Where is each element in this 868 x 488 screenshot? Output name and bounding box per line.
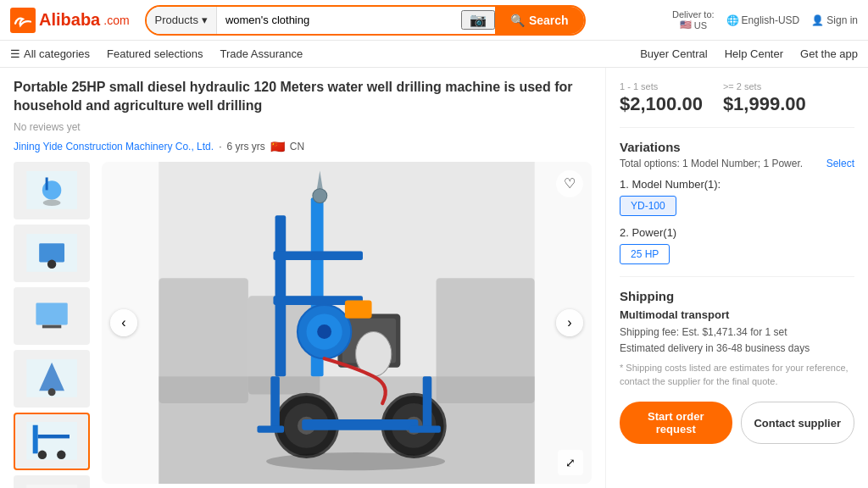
model-options: YD-100 (620, 196, 854, 216)
shipping-title: Shipping (620, 289, 854, 303)
svg-rect-47 (409, 425, 441, 432)
deliver-country: 🇺🇸 US (680, 19, 707, 30)
model-number-group: 1. Model Number(1): YD-100 (620, 178, 854, 216)
thumbnail-1[interactable] (14, 162, 90, 219)
tier1-price: $2,100.00 (620, 93, 703, 115)
search-icon: 🔍 (510, 14, 525, 27)
buyer-central-nav[interactable]: Buyer Central (640, 47, 707, 60)
price-tiers: 1 - 1 sets $2,100.00 >= 2 sets $1,999.00 (620, 81, 854, 115)
wishlist-button[interactable]: ♡ (556, 170, 583, 197)
logo[interactable]: Alibaba.com (10, 8, 130, 33)
power-option-25hp[interactable]: 25 HP (620, 244, 670, 264)
thumbnail-4[interactable] (14, 350, 90, 408)
shipping-delivery-label: Estimated delivery in (620, 342, 714, 354)
nav-right-items: Buyer Central Help Center Get the app (640, 47, 858, 60)
variations-title: Variations (620, 140, 854, 154)
svg-rect-44 (270, 376, 280, 430)
tier1-label: 1 - 1 sets (620, 81, 703, 92)
thumbnail-2[interactable] (14, 225, 90, 282)
svg-rect-3 (46, 178, 48, 191)
zoom-button[interactable]: ⤢ (558, 450, 583, 475)
us-flag-icon: 🇺🇸 (680, 19, 692, 30)
svg-rect-46 (423, 376, 432, 430)
svg-point-50 (313, 188, 327, 202)
svg-point-18 (38, 451, 47, 459)
tier2-label: >= 2 sets (723, 81, 806, 92)
logo-text: Alibaba (39, 10, 100, 30)
power-label: 2. Power(1) (620, 226, 854, 239)
product-title: Portable 25HP small diesel hydraulic 120… (14, 78, 592, 116)
right-panel: 1 - 1 sets $2,100.00 >= 2 sets $1,999.00… (605, 68, 868, 488)
power-options: 25 HP (620, 244, 854, 264)
header: Alibaba.com Products ▾ 📷 🔍 Search Delive… (0, 0, 868, 41)
svg-rect-26 (437, 278, 535, 403)
thumbnail-6[interactable] (14, 475, 90, 488)
header-actions: Deliver to: 🇺🇸 US 🌐 English-USD 👤 Sign i… (672, 9, 858, 30)
start-order-button[interactable]: Start order request (620, 402, 732, 444)
svg-rect-9 (36, 303, 67, 325)
svg-rect-10 (42, 325, 61, 329)
svg-rect-29 (273, 251, 363, 260)
all-categories-menu[interactable]: ☰ All categories (10, 47, 90, 60)
supplier-link[interactable]: Jining Yide Construction Machinery Co., … (14, 141, 214, 152)
price-tier-1: 1 - 1 sets $2,100.00 (620, 81, 703, 115)
shipping-section: Shipping Multimodal transport Shipping f… (620, 276, 854, 388)
svg-point-4 (43, 200, 61, 206)
image-prev-button[interactable]: ‹ (110, 309, 137, 336)
get-app-nav[interactable]: Get the app (800, 47, 858, 60)
svg-rect-24 (159, 278, 248, 403)
shipping-note: * Shipping costs listed are estimates fo… (620, 362, 854, 388)
chevron-down-icon: ▾ (202, 14, 208, 26)
search-button[interactable]: 🔍 Search (495, 7, 584, 34)
globe-icon: 🌐 (726, 14, 739, 26)
tier2-price: $1,999.00 (723, 93, 806, 115)
svg-rect-27 (275, 215, 287, 376)
sign-in-button[interactable]: 👤 Sign in (811, 14, 858, 26)
deliver-label: Deliver to: (672, 9, 715, 19)
svg-rect-48 (345, 300, 372, 318)
supplier-years: · (219, 141, 221, 152)
model-option-yd100[interactable]: YD-100 (620, 196, 676, 216)
shipping-fee-value: Est. $1,471.34 for 1 set (682, 326, 787, 338)
hamburger-icon: ☰ (10, 47, 20, 60)
nav-bar: ☰ All categories Featured selections Tra… (0, 41, 868, 68)
svg-rect-16 (38, 435, 70, 438)
svg-point-17 (57, 451, 65, 459)
image-next-button[interactable]: › (556, 309, 583, 336)
gallery: ‹ › ♡ ⤢ (14, 162, 592, 488)
cn-flag-icon: 🇨🇳 (270, 140, 285, 153)
select-link[interactable]: Select (826, 158, 854, 169)
camera-icon: 📷 (470, 13, 487, 27)
main-content: Portable 25HP small diesel hydraulic 120… (0, 68, 868, 488)
zoom-icon: ⤢ (565, 456, 576, 469)
language-selector[interactable]: 🌐 English-USD (726, 14, 800, 26)
next-icon: › (567, 315, 571, 330)
contact-supplier-button[interactable]: Contact supplier (741, 402, 855, 444)
drilling-machine-svg (102, 162, 592, 484)
svg-rect-0 (10, 8, 36, 33)
alibaba-logo-icon (10, 8, 36, 33)
main-image-placeholder (102, 162, 592, 484)
search-category-dropdown[interactable]: Products ▾ (147, 7, 217, 34)
thumbnail-list (14, 162, 95, 488)
supplier-info: Jining Yide Construction Machinery Co., … (14, 140, 592, 153)
shipping-fee-detail: Shipping fee: Est. $1,471.34 for 1 set (620, 324, 854, 341)
svg-point-36 (317, 324, 331, 339)
thumbnail-3[interactable] (14, 287, 90, 345)
shipping-fee-label: Shipping fee: (620, 326, 679, 338)
svg-point-2 (42, 181, 61, 200)
logo-com: .com (103, 14, 129, 27)
trade-assurance-nav[interactable]: Trade Assurance (220, 47, 303, 60)
thumbnail-5[interactable] (14, 413, 90, 470)
power-group: 2. Power(1) 25 HP (620, 226, 854, 264)
featured-selections-nav[interactable]: Featured selections (107, 47, 203, 60)
svg-rect-43 (302, 419, 418, 430)
help-center-nav[interactable]: Help Center (725, 47, 783, 60)
price-tier-2: >= 2 sets $1,999.00 (723, 81, 806, 115)
model-label: 1. Model Number(1): (620, 178, 854, 191)
shipping-delivery-detail: Estimated delivery in 36-48 business day… (620, 341, 854, 357)
camera-search-button[interactable]: 📷 (461, 10, 495, 30)
action-buttons: Start order request Contact supplier (620, 402, 854, 444)
svg-point-51 (266, 452, 445, 470)
search-input[interactable] (217, 7, 461, 34)
